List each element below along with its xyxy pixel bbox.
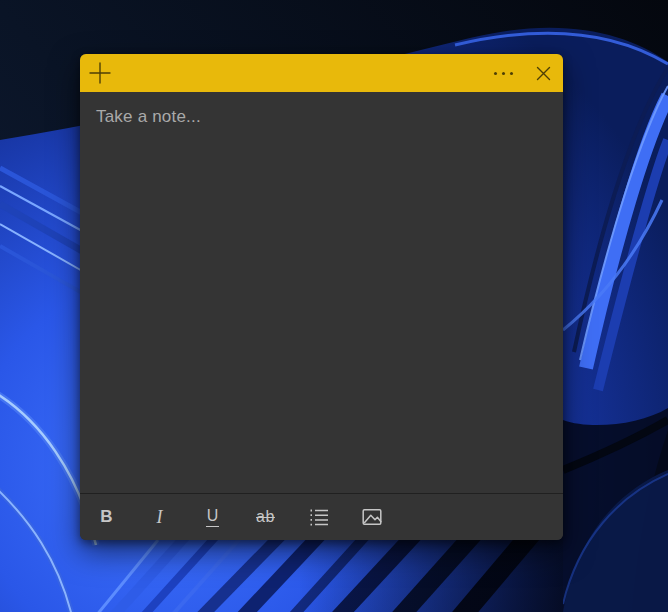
sticky-note-window: Take a note... B I U ab [80, 54, 563, 540]
bullet-list-button[interactable] [292, 497, 345, 537]
strikethrough-icon: ab [256, 508, 275, 526]
formatting-toolbar: B I U ab [80, 493, 563, 540]
titlebar-drag-area[interactable] [120, 54, 483, 92]
desktop: Take a note... B I U ab [0, 0, 668, 612]
note-editor[interactable]: Take a note... [80, 92, 563, 493]
italic-icon: I [157, 507, 163, 528]
close-icon [536, 66, 551, 81]
menu-button[interactable] [483, 54, 523, 92]
new-note-button[interactable] [80, 54, 120, 92]
bullet-list-icon [309, 507, 329, 527]
strikethrough-button[interactable]: ab [239, 497, 292, 537]
note-titlebar[interactable] [80, 54, 563, 92]
bold-button[interactable]: B [80, 497, 133, 537]
plus-icon [89, 62, 111, 84]
italic-button[interactable]: I [133, 497, 186, 537]
underline-button[interactable]: U [186, 497, 239, 537]
bold-icon: B [100, 507, 112, 527]
ellipsis-icon [494, 72, 513, 75]
image-icon [362, 507, 382, 527]
underline-icon: U [206, 507, 220, 527]
add-image-button[interactable] [345, 497, 398, 537]
close-note-button[interactable] [523, 54, 563, 92]
note-placeholder: Take a note... [96, 107, 201, 127]
